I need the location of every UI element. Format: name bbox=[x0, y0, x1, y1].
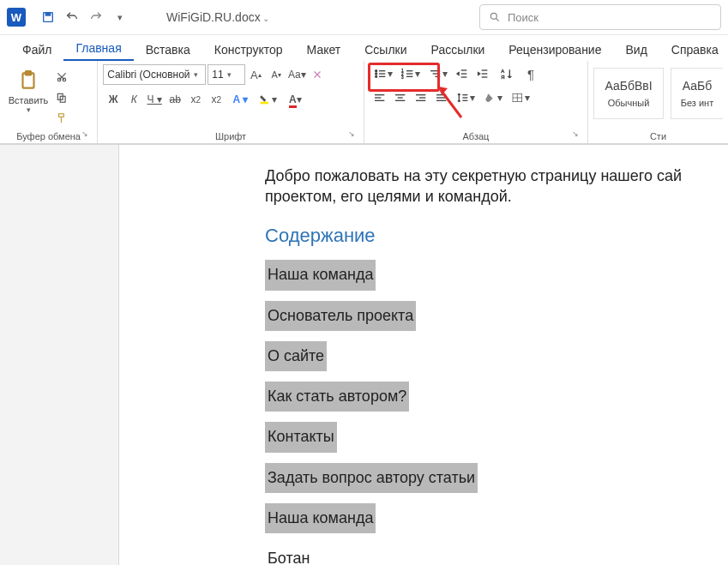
tab-home[interactable]: Главная bbox=[63, 36, 133, 61]
paragraph-dialog-launcher-icon[interactable]: ↘ bbox=[570, 129, 581, 140]
tab-references[interactable]: Ссылки bbox=[352, 38, 418, 61]
search-placeholder: Поиск bbox=[508, 11, 538, 24]
svg-point-16 bbox=[376, 73, 377, 75]
svg-point-18 bbox=[376, 75, 377, 77]
svg-point-14 bbox=[376, 70, 377, 72]
font-dialog-launcher-icon[interactable]: ↘ bbox=[346, 129, 357, 140]
align-right-icon[interactable] bbox=[411, 88, 431, 107]
toc-item[interactable]: Наша команда bbox=[265, 260, 376, 290]
tab-design[interactable]: Конструктор bbox=[202, 38, 295, 61]
sort-icon[interactable]: AЯ bbox=[493, 64, 520, 83]
body-paragraph[interactable]: Добро пожаловать на эту секретную страни… bbox=[265, 165, 728, 207]
svg-rect-5 bbox=[26, 71, 32, 75]
paragraph-group-label: Абзац bbox=[463, 131, 490, 141]
multilevel-list-icon[interactable]: ▾ bbox=[424, 64, 452, 83]
redo-icon[interactable] bbox=[84, 5, 108, 29]
styles-group-label: Сти bbox=[650, 131, 666, 141]
search-icon bbox=[489, 11, 501, 23]
search-input[interactable]: Поиск bbox=[479, 4, 721, 30]
numbered-list-icon[interactable]: 123▾ bbox=[397, 64, 424, 83]
svg-rect-12 bbox=[59, 114, 64, 117]
svg-rect-13 bbox=[261, 102, 268, 105]
toc-item[interactable]: Наша команда bbox=[265, 503, 376, 533]
left-margin-area bbox=[0, 145, 119, 565]
copy-icon[interactable] bbox=[51, 88, 72, 107]
italic-icon[interactable]: К bbox=[123, 90, 144, 109]
shrink-font-icon[interactable]: A▾ bbox=[266, 65, 286, 84]
save-icon[interactable] bbox=[36, 5, 60, 29]
svg-line-3 bbox=[496, 19, 499, 21]
format-painter-icon[interactable] bbox=[51, 109, 72, 128]
svg-text:Я: Я bbox=[501, 75, 504, 80]
document-page[interactable]: Добро пожаловать на эту секретную страни… bbox=[119, 145, 728, 565]
highlight-icon[interactable]: ▾ bbox=[254, 90, 281, 109]
font-size-combo[interactable]: 11 bbox=[208, 64, 245, 85]
font-group-label: Шрифт bbox=[215, 131, 246, 141]
word-app-icon: W bbox=[7, 8, 26, 27]
tab-review[interactable]: Рецензирование bbox=[496, 38, 613, 61]
grow-font-icon[interactable]: A▴ bbox=[245, 65, 266, 84]
bold-icon[interactable]: Ж bbox=[103, 90, 123, 109]
shading-icon[interactable]: ▾ bbox=[479, 88, 507, 107]
borders-icon[interactable]: ▾ bbox=[507, 88, 534, 107]
tab-layout[interactable]: Макет bbox=[295, 38, 353, 61]
align-left-icon[interactable] bbox=[370, 88, 390, 107]
show-marks-icon[interactable]: ¶ bbox=[520, 64, 541, 83]
qat-customize-icon[interactable]: ▾ bbox=[108, 5, 132, 29]
justify-icon[interactable] bbox=[431, 88, 452, 107]
svg-point-2 bbox=[490, 13, 496, 19]
cut-icon[interactable] bbox=[51, 68, 72, 87]
tab-insert[interactable]: Вставка bbox=[134, 38, 202, 61]
undo-icon[interactable] bbox=[60, 5, 84, 29]
svg-rect-1 bbox=[45, 13, 50, 15]
bullet-list-icon[interactable]: ▾ bbox=[370, 64, 397, 83]
superscript-icon[interactable]: x2 bbox=[206, 90, 226, 109]
svg-text:3: 3 bbox=[401, 75, 404, 80]
clear-formatting-icon[interactable] bbox=[307, 65, 328, 84]
font-color-icon[interactable]: A ▾ bbox=[281, 90, 309, 109]
line-spacing-icon[interactable]: ▾ bbox=[452, 88, 479, 107]
toc-heading[interactable]: Содержание bbox=[265, 223, 728, 249]
toc-item[interactable]: Контакты bbox=[265, 422, 337, 452]
toc-item[interactable]: Задать вопрос автору статьи bbox=[265, 463, 478, 493]
align-center-icon[interactable] bbox=[390, 88, 411, 107]
style-normal[interactable]: АаБбВвI Обычный bbox=[593, 68, 664, 119]
ribbon: Вставить ▾ Буфер обмена ↘ C bbox=[0, 61, 728, 145]
change-case-icon[interactable]: Aa▾ bbox=[286, 65, 307, 84]
strikethrough-icon[interactable]: ab bbox=[165, 90, 185, 109]
toc-item[interactable]: О сайте bbox=[265, 341, 327, 371]
toc-item[interactable]: Основатель проекта bbox=[265, 301, 416, 331]
body-text[interactable]: Ботан bbox=[265, 544, 312, 565]
tab-help[interactable]: Справка bbox=[659, 38, 728, 61]
ribbon-tabs: Файл Главная Вставка Конструктор Макет С… bbox=[0, 35, 728, 61]
decrease-indent-icon[interactable] bbox=[452, 64, 472, 83]
tab-file[interactable]: Файл bbox=[10, 38, 63, 61]
svg-text:A: A bbox=[501, 69, 504, 74]
clipboard-dialog-launcher-icon[interactable]: ↘ bbox=[80, 129, 90, 140]
font-name-combo[interactable]: Calibri (Основной bbox=[103, 64, 206, 85]
document-title[interactable]: WiFiGiD.RU.docx bbox=[166, 10, 269, 24]
paste-button[interactable]: Вставить ▾ bbox=[5, 64, 51, 119]
tab-view[interactable]: Вид bbox=[613, 38, 659, 61]
underline-icon[interactable]: Ч ▾ bbox=[144, 90, 165, 109]
clipboard-group-label: Буфер обмена bbox=[16, 131, 81, 141]
increase-indent-icon[interactable] bbox=[472, 64, 493, 83]
toc-item[interactable]: Как стать автором? bbox=[265, 382, 409, 412]
subscript-icon[interactable]: x2 bbox=[185, 90, 206, 109]
style-no-spacing[interactable]: АаБб Без инт bbox=[671, 68, 723, 119]
tab-mailings[interactable]: Рассылки bbox=[419, 38, 497, 61]
text-effects-icon[interactable]: A ▾ bbox=[226, 90, 254, 109]
